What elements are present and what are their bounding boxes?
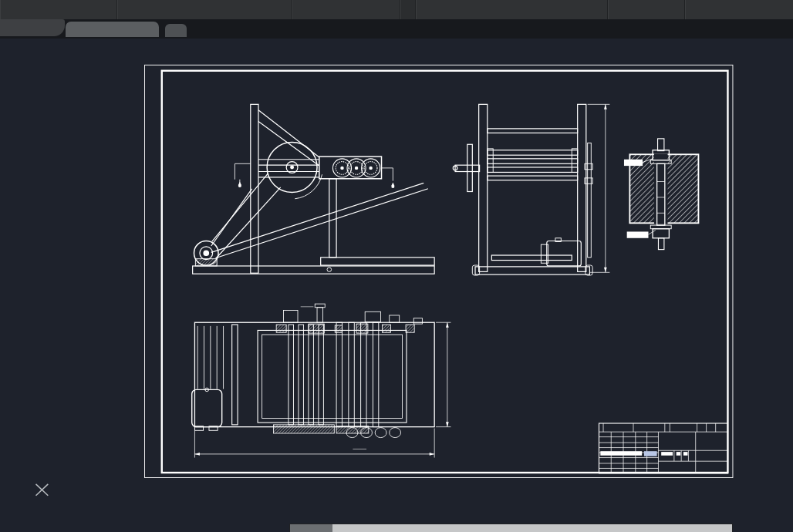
ribbon-group-spacer	[400, 0, 416, 19]
ribbon-toolbar	[0, 0, 793, 20]
ribbon-group-modify[interactable]	[117, 0, 292, 19]
ribbon-group-layers[interactable]	[416, 0, 609, 19]
ribbon-group-annotate[interactable]	[292, 0, 400, 19]
highlighted-cell	[644, 451, 657, 456]
drawing-canvas[interactable]	[0, 39, 793, 532]
title-block	[599, 423, 727, 473]
drawing-sheet	[0, 39, 793, 532]
front-view	[193, 104, 435, 274]
ribbon-group-block[interactable]	[608, 0, 684, 19]
tab-assembly-drawing[interactable]	[66, 22, 159, 37]
scrollbar-thumb[interactable]	[332, 524, 732, 532]
tab-partial[interactable]	[0, 19, 65, 36]
horizontal-scrollbar[interactable]	[289, 524, 733, 532]
plan-view	[192, 304, 451, 457]
ribbon-group-properties[interactable]	[685, 0, 793, 19]
crosshair-cursor	[36, 484, 49, 496]
scrollbar-segment[interactable]	[290, 524, 332, 532]
ribbon-group-draw[interactable]	[0, 0, 117, 19]
rear-view	[453, 104, 609, 275]
sheet-border	[145, 65, 733, 477]
new-tab-button[interactable]	[165, 24, 187, 37]
file-tab-bar	[0, 19, 793, 39]
cad-app	[0, 0, 793, 532]
detail-view	[624, 139, 698, 250]
